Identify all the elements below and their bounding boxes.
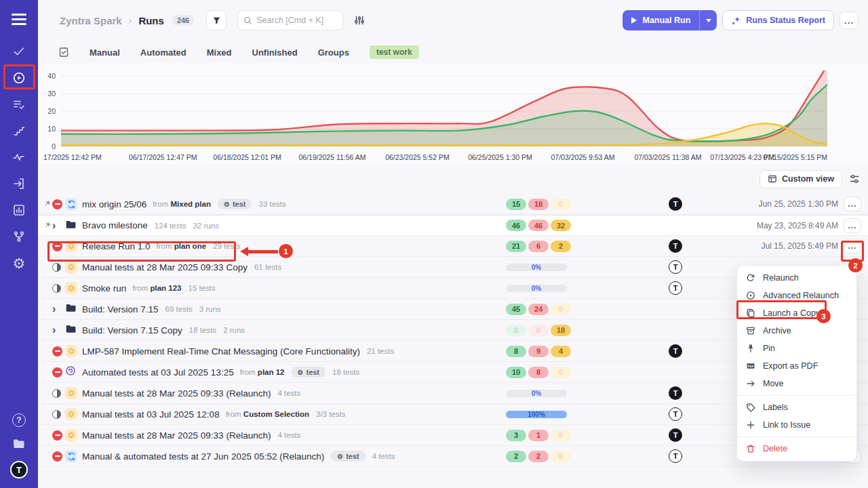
archive-icon: [746, 326, 755, 336]
manual-run-button[interactable]: Manual Run: [623, 10, 699, 30]
inbox-icon[interactable]: [12, 176, 26, 191]
test-plans-icon[interactable]: [12, 97, 26, 112]
run-name[interactable]: Manual tests at 28 Mar 2025 09:33 (Relau…: [82, 388, 271, 399]
pin-icon[interactable]: [43, 200, 52, 208]
tab-groups[interactable]: Groups: [318, 47, 349, 58]
menu-icon[interactable]: [12, 14, 26, 25]
run-more-button[interactable]: ...: [844, 239, 861, 253]
progress-bar: 0%: [506, 285, 567, 292]
reports-icon[interactable]: [12, 203, 26, 218]
run-name[interactable]: Manual & automated tests at 27 Jun 2025 …: [82, 451, 324, 462]
search-input[interactable]: [256, 16, 337, 25]
count-pill-yellow: 32: [551, 220, 571, 231]
status-in-progress-icon: [52, 389, 61, 398]
gear-icon: ⚙: [224, 201, 230, 208]
run-name[interactable]: Build: Version 7.15: [82, 304, 159, 314]
menu-item-relaunch[interactable]: Relaunch: [737, 269, 856, 287]
user-avatar[interactable]: T: [10, 461, 28, 479]
chart-y-tick: 20: [38, 107, 56, 115]
settings-gear-icon[interactable]: ⚙: [12, 256, 26, 270]
menu-item-archive[interactable]: Archive: [737, 322, 856, 340]
result-counts: 464632: [506, 220, 571, 231]
menu-item-launch-a-copy[interactable]: Launch a Copy: [737, 304, 856, 322]
run-row[interactable]: mix origin 25/06from Mixed plan⚙test33 t…: [38, 194, 868, 215]
status-in-progress-icon: [52, 284, 61, 293]
menu-item-advanced-relaunch[interactable]: Advanced Relaunch: [737, 287, 856, 304]
table-view-icon: [768, 174, 777, 184]
expand-chevron-icon[interactable]: ›: [52, 220, 56, 231]
sidebar: ⚙ ? T: [0, 0, 38, 488]
run-name[interactable]: Automated tests at 03 Jul 2025 13:25: [82, 367, 234, 378]
branch-icon[interactable]: [12, 229, 26, 244]
count-pill-red: 6: [528, 241, 549, 252]
count-pill-yellow: 18: [551, 325, 571, 336]
count-pill-red: 24: [528, 304, 549, 315]
chevron-down-icon: [706, 19, 711, 22]
menu-item-move[interactable]: Move: [737, 375, 856, 392]
tests-count: 61 tests: [254, 263, 281, 271]
count-pill-green: 21: [506, 241, 526, 252]
run-name[interactable]: LMP-587 Implement Real-Time Chat Messagi…: [82, 346, 360, 357]
status-blocked-icon: [52, 241, 62, 251]
tag-badge[interactable]: ⚙test: [331, 451, 366, 462]
tests-count: 18 tests: [332, 368, 359, 376]
activity-icon[interactable]: [12, 150, 26, 165]
run-name[interactable]: Smoke run: [82, 283, 126, 293]
count-pill-yellow: 2: [551, 241, 571, 252]
count-pill-yellow: 0: [551, 451, 571, 462]
run-row[interactable]: Release Run 1.0from plan one29 tests2162…: [38, 236, 868, 257]
custom-view-button[interactable]: Custom view: [760, 170, 842, 188]
runs-play-icon[interactable]: [12, 70, 26, 85]
chart-y-tick: 30: [38, 89, 56, 98]
menu-item-export-as-pdf[interactable]: PDFExport as PDF: [737, 357, 856, 375]
folder-icon: [65, 323, 76, 337]
menu-item-labels[interactable]: Labels: [737, 399, 856, 416]
progress-bar: 0%: [506, 264, 567, 271]
run-name[interactable]: Manual tests at 28 Mar 2025 09:33 Copy: [82, 262, 248, 272]
copy-icon: [746, 308, 755, 318]
run-name[interactable]: mix origin 25/06: [82, 199, 146, 209]
pin-icon[interactable]: [43, 222, 52, 230]
milestones-icon[interactable]: [12, 123, 26, 138]
gear-icon: ⚙: [298, 369, 304, 376]
run-row[interactable]: ›Bravo milestone124 tests32 runs464632Ma…: [38, 215, 868, 236]
run-name[interactable]: Build: Version 7.15 Copy: [82, 325, 182, 336]
mixed-run-type-icon: [65, 198, 77, 210]
search-settings-icon[interactable]: [354, 15, 365, 26]
manual-run-dropdown[interactable]: [699, 10, 717, 30]
saved-views-icon[interactable]: [58, 47, 69, 58]
filter-button[interactable]: [206, 10, 226, 30]
breadcrumb-parent[interactable]: Zyntra Spark: [60, 15, 122, 26]
header-more-button[interactable]: ...: [840, 12, 859, 29]
runs-status-report-button[interactable]: Runs Status Report: [722, 10, 834, 30]
run-more-button[interactable]: ...: [844, 197, 861, 211]
help-icon[interactable]: ?: [12, 413, 26, 427]
run-name[interactable]: Manual tests at 03 Jul 2025 12:08: [82, 409, 220, 420]
menu-item-link-to-issue[interactable]: Link to Issue: [737, 416, 856, 434]
chart-canvas: [61, 70, 827, 150]
tab-mixed[interactable]: Mixed: [207, 47, 232, 58]
projects-folder-icon[interactable]: [12, 436, 26, 451]
assignee-avatar: T: [669, 407, 682, 421]
menu-item-pin[interactable]: Pin: [737, 340, 856, 357]
tag-badge[interactable]: ⚙test: [292, 367, 326, 378]
run-name[interactable]: Release Run 1.0: [82, 241, 151, 251]
run-name[interactable]: Bravo milestone: [82, 220, 148, 230]
relaunch-icon: [746, 273, 755, 283]
menu-item-delete[interactable]: Delete: [737, 440, 856, 458]
run-more-button[interactable]: ...: [844, 218, 861, 233]
filter-badge-test-work[interactable]: test work: [370, 45, 419, 59]
tab-automated[interactable]: Automated: [140, 47, 186, 58]
count-pill-yellow: 0: [551, 367, 571, 378]
expand-chevron-icon[interactable]: ›: [52, 304, 56, 314]
check-icon[interactable]: [12, 44, 26, 59]
tag-badge[interactable]: ⚙test: [218, 199, 252, 209]
tab-manual[interactable]: Manual: [90, 47, 120, 58]
runs-count: 3 runs: [199, 305, 221, 313]
chart-y-tick: 0: [38, 142, 56, 150]
expand-chevron-icon[interactable]: ›: [52, 325, 56, 336]
run-source: from Mixed plan: [153, 200, 211, 208]
tab-unfinished[interactable]: Unfinished: [252, 47, 298, 58]
list-settings-icon[interactable]: [849, 174, 860, 184]
run-name[interactable]: Manual tests at 28 Mar 2025 09:33 (Relau…: [82, 430, 271, 441]
